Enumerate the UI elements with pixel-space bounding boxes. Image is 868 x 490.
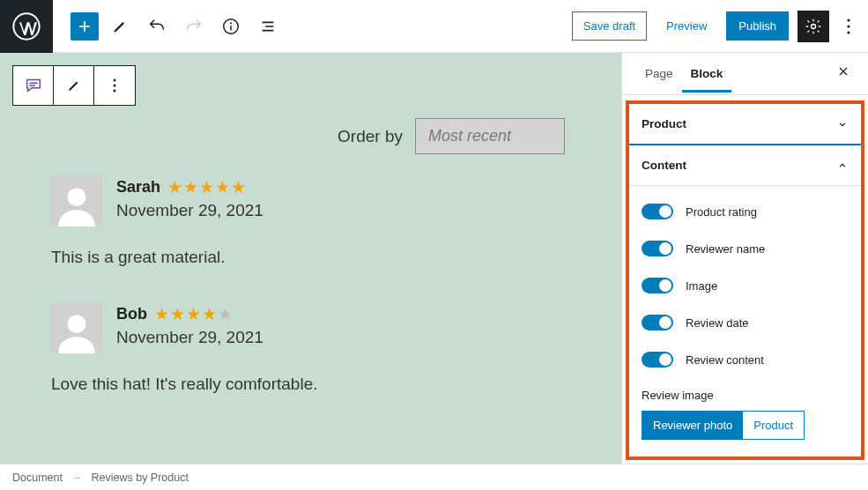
review-image-button-group: Reviewer photoProduct: [642, 411, 805, 440]
svg-point-9: [114, 90, 116, 93]
review-content: This is a great material.: [51, 248, 570, 267]
svg-point-11: [68, 315, 86, 333]
svg-point-4: [847, 19, 849, 21]
star-icon: ★: [186, 304, 201, 324]
panel-title: Product: [642, 117, 686, 130]
order-by-label: Order by: [338, 127, 403, 146]
toggle-row: Product rating: [642, 193, 849, 230]
star-icon: ★: [167, 177, 182, 197]
review-date: November 29, 2021: [116, 328, 263, 347]
comment-icon: [24, 76, 43, 95]
svg-point-5: [847, 25, 849, 27]
toggle-switch[interactable]: [642, 352, 673, 368]
toolbar-left-group: [53, 11, 284, 42]
outline-button[interactable]: [252, 11, 284, 42]
order-by-row: Order by Most recent: [12, 118, 565, 154]
kebab-icon: [113, 78, 116, 93]
undo-icon: [147, 17, 167, 36]
review-content: Love this hat! It's really comfortable.: [51, 375, 570, 394]
review-date: November 29, 2021: [116, 201, 263, 220]
pencil-icon: [111, 18, 129, 35]
settings-button[interactable]: [798, 11, 829, 42]
toggle-switch[interactable]: [642, 241, 673, 256]
toggle-label: Reviewer name: [686, 242, 765, 256]
toggle-switch[interactable]: [642, 204, 673, 219]
panels-highlight-box: Product Content Product ratingReviewer n…: [626, 100, 864, 460]
close-icon: [836, 64, 850, 78]
toggle-label: Review date: [686, 316, 749, 330]
plus-icon: [76, 18, 93, 35]
publish-button[interactable]: Publish: [726, 11, 789, 41]
star-rating: ★★★★★: [154, 304, 233, 324]
star-icon: ★: [218, 304, 233, 324]
svg-point-10: [68, 188, 86, 206]
crumb-document[interactable]: Document: [12, 471, 63, 484]
avatar: [51, 302, 102, 353]
reviewer-name: Sarah: [116, 178, 160, 197]
info-button[interactable]: [215, 11, 247, 42]
redo-button[interactable]: [178, 11, 210, 42]
wordpress-icon: [12, 12, 41, 41]
toggle-row: Image: [642, 267, 849, 304]
sidebar-tabs: Page Block: [622, 53, 868, 95]
block-toolbar: [12, 65, 136, 106]
toggle-switch[interactable]: [642, 278, 673, 293]
star-icon: ★: [231, 177, 246, 197]
crumb-separator: →: [71, 471, 83, 484]
preview-button[interactable]: Preview: [656, 12, 717, 40]
main-area: Order by Most recent Sarah★★★★★November …: [0, 53, 868, 464]
block-edit-button[interactable]: [54, 66, 94, 105]
star-icon: ★: [183, 177, 198, 197]
review-image-option[interactable]: Reviewer photo: [642, 412, 743, 439]
kebab-icon: [847, 19, 850, 34]
redo-icon: [184, 17, 204, 36]
review-item: Bob★★★★★November 29, 2021Love this hat! …: [51, 302, 570, 394]
star-icon: ★: [199, 177, 214, 197]
svg-point-7: [114, 79, 116, 82]
reviewer-name: Bob: [116, 305, 147, 323]
chevron-down-icon: [836, 118, 849, 130]
toggle-row: Review date: [642, 304, 849, 341]
panel-content-header[interactable]: Content: [629, 145, 861, 186]
avatar: [51, 175, 102, 226]
crumb-block[interactable]: Reviews by Product: [91, 471, 188, 484]
tab-block[interactable]: Block: [682, 55, 732, 93]
toggle-label: Product rating: [686, 205, 757, 219]
pencil-icon: [66, 78, 82, 93]
editor-top-toolbar: Save draft Preview Publish: [0, 0, 868, 53]
toggle-switch[interactable]: [642, 315, 673, 330]
add-block-button[interactable]: [70, 12, 99, 41]
edit-mode-button[interactable]: [104, 11, 136, 42]
block-more-button[interactable]: [94, 66, 135, 105]
more-options-button[interactable]: [838, 11, 859, 42]
svg-point-2: [230, 22, 232, 24]
wordpress-logo[interactable]: [0, 0, 53, 53]
person-icon: [55, 309, 99, 353]
chevron-up-icon: [836, 160, 849, 172]
toggle-row: Reviewer name: [642, 230, 849, 267]
gear-icon: [805, 18, 822, 35]
tab-page[interactable]: Page: [636, 55, 682, 93]
review-item: Sarah★★★★★November 29, 2021This is a gre…: [51, 175, 570, 267]
block-type-button[interactable]: [13, 66, 54, 105]
toggle-label: Image: [686, 279, 717, 293]
review-image-heading: Review image: [642, 389, 849, 402]
info-icon: [221, 17, 241, 36]
star-icon: ★: [170, 304, 185, 324]
breadcrumb: Document → Reviews by Product: [0, 464, 868, 490]
editor-canvas[interactable]: Order by Most recent Sarah★★★★★November …: [0, 53, 621, 464]
sidebar-close-button[interactable]: [833, 61, 854, 86]
list-icon: [258, 17, 278, 36]
panel-content-body: Product ratingReviewer nameImageReview d…: [629, 186, 861, 454]
star-icon: ★: [215, 177, 230, 197]
settings-sidebar: Page Block Product Content Product ratin…: [621, 53, 868, 464]
undo-button[interactable]: [141, 11, 173, 42]
reviews-list: Sarah★★★★★November 29, 2021This is a gre…: [12, 170, 609, 434]
panel-title: Content: [642, 159, 686, 172]
order-by-select[interactable]: Most recent: [415, 118, 565, 154]
panel-product-header[interactable]: Product: [629, 104, 861, 145]
toolbar-right-group: Save draft Preview Publish: [572, 11, 868, 42]
review-image-option[interactable]: Product: [743, 412, 804, 439]
svg-point-8: [114, 85, 116, 87]
save-draft-button[interactable]: Save draft: [572, 11, 647, 41]
